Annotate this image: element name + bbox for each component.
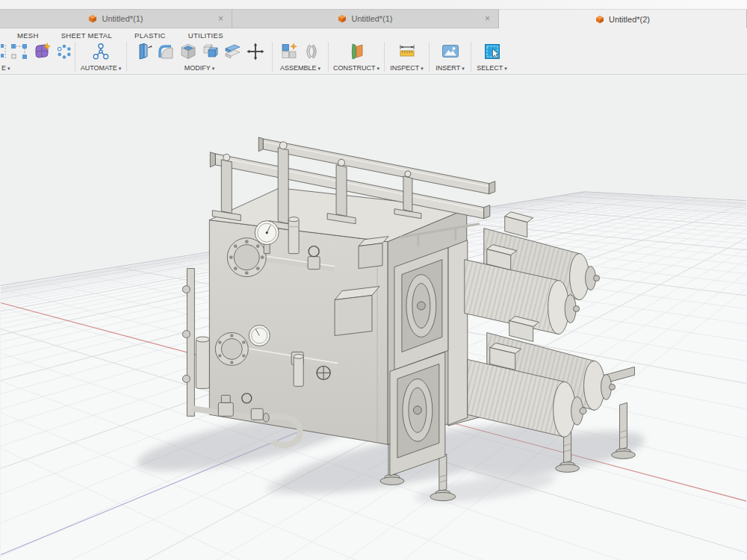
document-tab-1[interactable]: Untitled*(1) × [0,9,232,28]
fusion-window: Untitled*(1) × Untitled*(1) × Untitled*(… [0,0,747,560]
split-body-icon[interactable] [223,42,243,61]
close-tab-icon[interactable]: × [485,13,490,24]
tab-plastic[interactable]: PLASTIC [123,30,177,41]
assemble-group-label[interactable]: ASSEMBLE▾ [273,64,328,72]
group-select: SELECT▾ [471,40,512,74]
construct-plane-icon[interactable] [347,42,366,61]
tab-mesh[interactable]: MESH [6,30,50,41]
viewport-canvas[interactable]: ▾ [0,75,747,560]
group-modify: MODIFY▾ [127,40,272,74]
group-inspect: INSPECT▾ [385,40,429,74]
combine-icon[interactable] [201,42,220,61]
group-automate: AUTOMATE▾ [75,40,126,74]
tab-utilities[interactable]: UTILITIES [177,30,235,41]
automate-group-label[interactable]: AUTOMATE▾ [75,64,126,72]
title-strip [0,0,747,9]
press-pull-icon[interactable] [134,42,153,61]
document-tab-bar: Untitled*(1) × Untitled*(1) × Untitled*(… [0,9,747,28]
viewport-scene[interactable] [0,75,747,560]
form-icon[interactable] [32,42,52,61]
select-icon[interactable] [483,42,502,61]
move-icon[interactable] [246,42,265,61]
document-tab-label: Untitled*(2) [609,15,650,24]
group-insert: INSERT▾ [430,40,471,74]
construct-group-label[interactable]: CONSTRUCT▾ [329,64,384,72]
group-assemble: ASSEMBLE▾ [273,40,328,74]
select-group-label[interactable]: SELECT▾ [471,64,512,72]
insert-image-icon[interactable] [441,42,460,61]
shell-icon[interactable] [179,42,198,61]
document-tab-2[interactable]: Untitled*(1) × [232,9,499,28]
automate-icon[interactable] [91,42,111,61]
document-tab-label: Untitled*(1) [102,14,143,23]
modify-group-label[interactable]: MODIFY▾ [127,64,272,72]
close-tab-icon[interactable]: × [218,13,223,24]
document-cube-icon [595,15,604,24]
ribbon-toolbar: MESH SHEET METAL PLASTIC UTILITIES [0,28,747,75]
document-cube-icon [88,14,97,23]
pattern-icon[interactable] [10,42,29,61]
tab-sheet-metal[interactable]: SHEET METAL [50,30,123,41]
document-tab-label: Untitled*(1) [351,14,392,23]
document-tab-3-active[interactable]: Untitled*(2) [499,9,747,28]
group-create-partial: E▾ [0,40,75,74]
measure-icon[interactable] [397,42,417,61]
ribbon-context-tabs: MESH SHEET METAL PLASTIC UTILITIES [6,30,235,41]
joint-icon[interactable] [302,42,321,61]
fillet-icon[interactable] [156,42,176,61]
insert-group-label[interactable]: INSERT▾ [430,64,471,72]
ribbon-tools-row: E▾ [0,40,747,74]
new-component-icon[interactable] [279,42,299,61]
create-group-label[interactable]: E▾ [0,64,75,72]
document-cube-icon [338,14,347,23]
inspect-group-label[interactable]: INSPECT▾ [385,64,429,72]
clipped-create-icon[interactable] [1,42,7,61]
group-construct: CONSTRUCT▾ [329,40,384,74]
sketch-points-icon[interactable] [55,42,74,61]
